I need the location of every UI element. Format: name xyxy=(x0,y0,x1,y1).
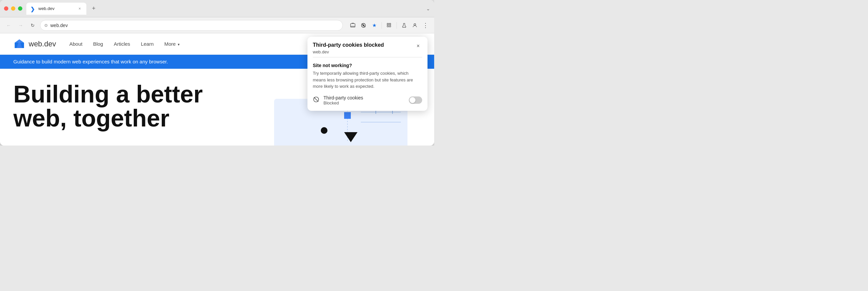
toolbar-separator-2 xyxy=(397,22,397,29)
popup-section-text: Try temporarily allowing third-party coo… xyxy=(313,70,422,90)
no-tracking-icon[interactable] xyxy=(359,21,368,30)
hero-line1: Building a better xyxy=(13,81,203,108)
toolbar-icons: ★ ⋮ xyxy=(348,21,430,30)
cookie-popup: Third-party cookies blocked web.dev × Si… xyxy=(307,37,428,111)
popup-title: Third-party cookies blocked xyxy=(313,42,384,48)
nav-learn[interactable]: Learn xyxy=(141,41,153,47)
svg-line-23 xyxy=(314,97,318,101)
svg-rect-0 xyxy=(350,23,355,27)
bookmark-star-icon[interactable]: ★ xyxy=(370,21,379,30)
svg-marker-17 xyxy=(344,132,358,142)
navigation-bar: ← → ↻ ⊙ web.dev xyxy=(0,17,434,33)
address-url: web.dev xyxy=(50,23,338,28)
toggle-label: Third-party cookies Blocked xyxy=(323,95,405,106)
extension-icon[interactable] xyxy=(384,21,394,30)
profile-icon[interactable] xyxy=(410,21,420,30)
svg-marker-11 xyxy=(15,39,24,43)
nav-about[interactable]: About xyxy=(69,41,82,47)
browser-menu-icon[interactable]: ⋮ xyxy=(421,21,430,30)
nav-more[interactable]: More ▾ xyxy=(164,41,180,47)
back-button[interactable]: ← xyxy=(4,21,13,30)
minimize-traffic-light[interactable] xyxy=(11,6,16,11)
title-bar: ❯ web.dev × + ⌄ xyxy=(0,0,434,17)
cookie-blocked-icon xyxy=(313,96,319,105)
more-dropdown-arrow: ▾ xyxy=(178,42,180,47)
tab-expand-button[interactable]: ⌄ xyxy=(426,6,430,11)
toggle-status: Blocked xyxy=(323,100,405,106)
popup-body: Site not working? Try temporarily allowi… xyxy=(307,57,428,111)
popup-header-content: Third-party cookies blocked web.dev xyxy=(313,42,384,54)
popup-domain: web.dev xyxy=(313,49,384,54)
nav-blog[interactable]: Blog xyxy=(93,41,103,47)
nav-articles[interactable]: Articles xyxy=(114,41,130,47)
tab-title: web.dev xyxy=(38,6,74,11)
svg-point-8 xyxy=(414,23,415,25)
browser-window: ❯ web.dev × + ⌄ ← → ↻ ⊙ web.dev xyxy=(0,0,434,146)
svg-line-5 xyxy=(362,23,366,27)
popup-section-title: Site not working? xyxy=(313,63,422,68)
svg-rect-15 xyxy=(344,112,351,119)
toolbar-separator-1 xyxy=(381,22,382,29)
hero-banner-text: Guidance to build modern web experiences… xyxy=(13,59,168,64)
site-nav-links: About Blog Articles Learn More ▾ xyxy=(69,41,180,47)
toggle-name: Third-party cookies xyxy=(323,95,405,100)
hero-line2: web, together xyxy=(13,105,169,132)
active-tab[interactable]: ❯ web.dev × xyxy=(26,3,86,15)
popup-header: Third-party cookies blocked web.dev × xyxy=(307,37,428,57)
hero-heading: Building a better web, together xyxy=(13,82,213,130)
site-logo[interactable]: web.dev xyxy=(13,38,56,50)
logo-icon xyxy=(13,38,25,50)
address-bar[interactable]: ⊙ web.dev xyxy=(40,20,343,31)
tab-favicon: ❯ xyxy=(30,6,36,11)
screenshot-icon[interactable] xyxy=(348,21,358,30)
new-tab-button[interactable]: + xyxy=(89,4,98,13)
cookie-toggle-switch[interactable] xyxy=(409,96,422,104)
refresh-button[interactable]: ↻ xyxy=(28,21,37,30)
logo-text: web.dev xyxy=(29,40,56,49)
address-security-icon: ⊙ xyxy=(44,23,48,28)
cookie-toggle-row: Third-party cookies Blocked xyxy=(313,95,422,106)
forward-button[interactable]: → xyxy=(16,21,25,30)
popup-close-button[interactable]: × xyxy=(414,42,422,50)
svg-point-16 xyxy=(321,127,328,134)
lab-icon[interactable] xyxy=(400,21,409,30)
tab-close-button[interactable]: × xyxy=(77,6,82,11)
maximize-traffic-light[interactable] xyxy=(18,6,22,11)
close-traffic-light[interactable] xyxy=(4,6,8,11)
page-content: web.dev About Blog Articles Learn More ▾… xyxy=(0,33,434,146)
traffic-lights xyxy=(4,6,22,11)
